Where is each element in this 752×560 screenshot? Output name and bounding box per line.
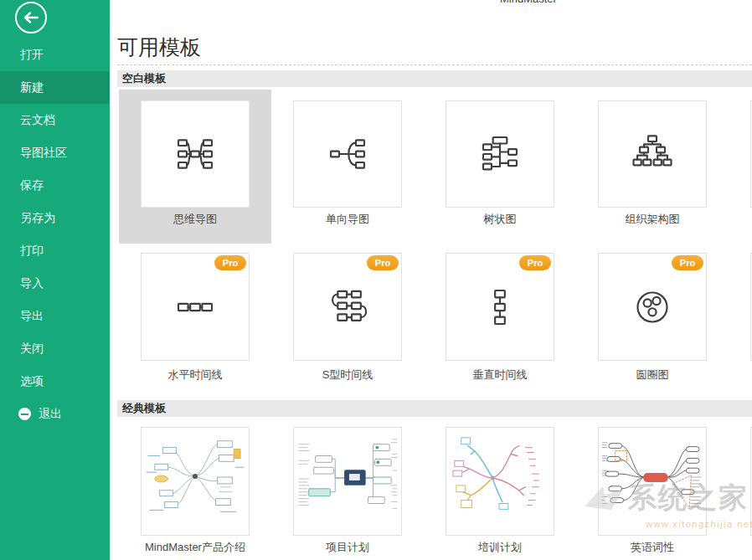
template-label: 水平时间线	[119, 367, 271, 383]
template-card-s-timeline[interactable]: Pro	[293, 253, 402, 361]
tree-diagram-icon	[479, 133, 521, 175]
template-label: 英语词性	[576, 540, 729, 555]
oneway-map-icon	[327, 133, 368, 175]
sidebar-item-save-as[interactable]: 另存为	[0, 202, 110, 234]
page-title: 可用模板	[117, 33, 201, 61]
template-card-circle-map[interactable]: Pro	[598, 253, 707, 361]
template-label: 思维导图	[119, 212, 271, 227]
section-header-classic: 经典模板	[117, 400, 752, 417]
section-title: 空白模板	[117, 70, 752, 87]
minus-circle-icon	[18, 408, 31, 420]
sidebar-item-label: 导入	[20, 276, 44, 290]
template-label: S型时间线	[271, 367, 424, 383]
training-plan-thumbnail	[450, 430, 550, 527]
template-card-org-chart[interactable]	[598, 100, 707, 208]
sidebar-item-label: 保存	[20, 178, 44, 192]
sidebar-menu: 打开新建云文档导图社区保存另存为打印导入导出关闭选项退出	[0, 39, 110, 430]
sidebar-item-open[interactable]: 打开	[0, 39, 110, 71]
window-title: MindMaster	[500, 0, 557, 5]
sidebar-item-map-community[interactable]: 导图社区	[0, 136, 110, 169]
sidebar-item-save[interactable]: 保存	[0, 169, 110, 202]
template-label: 项目计划	[271, 540, 424, 555]
sidebar-item-label: 导出	[20, 309, 44, 322]
product-intro-thumbnail	[145, 430, 245, 527]
pro-badge: Pro	[519, 255, 551, 270]
template-card-tree-diagram[interactable]	[446, 100, 554, 208]
template-label: 培训计划	[424, 540, 576, 555]
section-header-blank: 空白模板	[117, 70, 752, 87]
template-label: 单向导图	[271, 212, 424, 227]
sidebar-item-print[interactable]: 打印	[0, 234, 110, 267]
sidebar-item-label: 选项	[20, 374, 44, 388]
sidebar-item-options[interactable]: 选项	[0, 365, 110, 398]
pro-badge: Pro	[214, 255, 246, 270]
sidebar-item-close[interactable]: 关闭	[0, 332, 110, 365]
sidebar-item-export[interactable]: 导出	[0, 300, 110, 332]
template-label: 圆圈图	[576, 367, 729, 383]
pro-badge: Pro	[367, 255, 399, 270]
mindmaster-window: 打开新建云文档导图社区保存另存为打印导入导出关闭选项退出 MindMaster …	[0, 0, 752, 560]
template-card-product-intro[interactable]	[141, 427, 250, 536]
sidebar-item-exit[interactable]: 退出	[0, 398, 110, 430]
back-button[interactable]	[15, 2, 47, 33]
pro-badge: Pro	[672, 255, 703, 270]
sidebar-item-cloud-docs[interactable]: 云文档	[0, 104, 110, 136]
sidebar-item-label: 打开	[20, 48, 44, 61]
sidebar-item-label: 云文档	[20, 113, 55, 126]
template-card-vertical-timeline[interactable]: Pro	[446, 253, 554, 361]
template-label: 树状图	[424, 212, 576, 227]
sidebar-item-label: 导图社区	[20, 146, 67, 159]
template-card-mindmap[interactable]	[141, 100, 250, 208]
horizontal-timeline-icon	[174, 286, 216, 328]
sidebar-item-label: 关闭	[20, 342, 44, 355]
mindmap-icon	[174, 133, 216, 175]
sidebar-item-new[interactable]: 新建	[0, 71, 110, 104]
circle-map-icon	[631, 286, 673, 328]
sidebar-item-label: 新建	[20, 80, 44, 94]
template-card-oneway-map[interactable]	[293, 100, 402, 208]
back-arrow-icon	[23, 12, 39, 23]
template-label: 垂直时间线	[424, 367, 576, 383]
org-chart-icon	[631, 133, 673, 175]
project-plan-thumbnail	[297, 430, 398, 527]
template-gallery: MindMaster 可用模板 空白模板经典模板思维导图单向导图树状图组织架构图…	[110, 0, 752, 560]
vertical-timeline-icon	[479, 286, 521, 328]
template-label: MindMaster产品介绍	[119, 540, 271, 555]
sidebar-item-label: 另存为	[20, 211, 55, 224]
s-timeline-icon	[327, 286, 368, 328]
sidebar: 打开新建云文档导图社区保存另存为打印导入导出关闭选项退出	[0, 0, 110, 560]
template-card-project-plan[interactable]	[293, 427, 402, 536]
english-pos-thumbnail	[602, 430, 703, 527]
template-card-english-pos[interactable]	[598, 427, 707, 536]
section-title: 经典模板	[117, 400, 752, 417]
template-card-training-plan[interactable]	[446, 427, 554, 536]
template-label: 组织架构图	[576, 212, 729, 227]
sidebar-item-import[interactable]: 导入	[0, 267, 110, 300]
template-card-horizontal-timeline[interactable]: Pro	[141, 253, 250, 361]
divider	[117, 64, 752, 65]
sidebar-item-label: 打印	[20, 244, 44, 257]
sidebar-item-label: 退出	[39, 398, 62, 430]
